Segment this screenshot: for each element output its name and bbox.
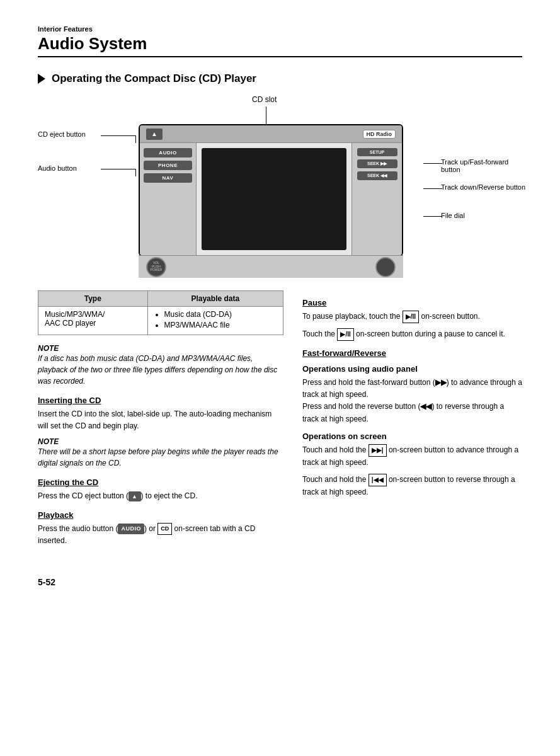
unit-right-panel: SETUP SEEK ▶▶ SEEK ◀◀ xyxy=(351,143,402,255)
play-pause-icon2: ▶/II xyxy=(337,328,353,341)
audio-label-inline: AUDIO xyxy=(118,524,144,534)
hd-radio-badge: HD Radio xyxy=(363,130,396,139)
label-track-up: Track up/Fast-forward button xyxy=(441,158,529,173)
on-screen-text1: Touch and hold the ▶▶| on-screen button … xyxy=(302,444,522,469)
unit-left-panel: AUDIO PHONE NAV xyxy=(140,143,197,255)
unit-top-bar: ▲ HD Radio xyxy=(140,125,402,143)
table-cell-type: Music/MP3/WMA/AAC CD player xyxy=(38,307,148,335)
playback-heading: Playback xyxy=(38,510,283,520)
vol-knob: VOLPUSHPOWER xyxy=(146,257,166,277)
table-row: Music/MP3/WMA/AAC CD player Music data (… xyxy=(38,307,283,335)
rev-icon-inline: |◀◀ xyxy=(369,474,387,486)
line-eject-h xyxy=(101,135,135,136)
note1-title: NOTE xyxy=(38,344,283,353)
audio-btn: AUDIO xyxy=(144,148,192,158)
left-column: Type Playable data Music/MP3/WMA/AAC CD … xyxy=(38,290,283,552)
audio-panel-heading: Operations using audio panel xyxy=(302,364,522,374)
playable-table: Type Playable data Music/MP3/WMA/AAC CD … xyxy=(38,290,283,335)
right-column: Pause To pause playback, touch the ▶/II … xyxy=(302,290,522,552)
ff-icon-inline: ▶▶| xyxy=(369,444,387,457)
table-col2-header: Playable data xyxy=(147,291,283,307)
on-screen-text2: Touch and hold the |◀◀ on-screen button … xyxy=(302,474,522,498)
cd-tab-inline: CD xyxy=(157,523,172,534)
pause-text1: To pause playback, touch the ▶/II on-scr… xyxy=(302,311,522,323)
table-col1-header: Type xyxy=(38,291,148,307)
eject-symbol: ▲ xyxy=(129,491,140,501)
playback-text: Press the audio button (AUDIO) or CD on-… xyxy=(38,523,283,547)
seek-forward-btn: SEEK ▶▶ xyxy=(357,159,397,168)
audio-panel-text: Press and hold the fast-forward button (… xyxy=(302,377,522,425)
cd-slot-line xyxy=(266,106,266,124)
content-columns: Type Playable data Music/MP3/WMA/AAC CD … xyxy=(38,290,522,552)
pause-heading: Pause xyxy=(302,298,522,307)
on-screen-heading: Operations on screen xyxy=(302,432,522,441)
unit-body: AUDIO PHONE NAV SETUP SEEK ▶▶ SEEK ◀◀ xyxy=(140,143,402,255)
ejecting-heading: Ejecting the CD xyxy=(38,478,283,487)
label-cd-eject: CD eject button xyxy=(38,130,86,138)
note2-text: There will be a short lapse before play … xyxy=(38,446,283,469)
nav-btn: NAV xyxy=(144,173,192,183)
note1: NOTE If a disc has both music data (CD-D… xyxy=(38,344,283,387)
inserting-heading: Inserting the CD xyxy=(38,396,283,405)
label-audio-btn: Audio button xyxy=(38,164,77,172)
line-right3 xyxy=(423,216,442,217)
diagram: CD slot CD eject button Audio button ▲ H… xyxy=(38,95,529,278)
phone-btn: PHONE xyxy=(144,161,192,170)
note2: NOTE There will be a short lapse before … xyxy=(38,437,283,469)
section-heading: Operating the Compact Disc (CD) Player xyxy=(38,72,522,85)
ejecting-text: Press the CD eject button (▲) to eject t… xyxy=(38,490,283,502)
line-audio-h xyxy=(101,169,135,169)
section-label: Interior Features xyxy=(38,25,522,33)
triangle-icon xyxy=(38,74,45,84)
audio-unit: ▲ HD Radio AUDIO PHONE NAV SETUP SEEK ▶▶… xyxy=(139,124,403,256)
setup-btn: SETUP xyxy=(357,148,397,156)
note1-text: If a disc has both music data (CD-DA) an… xyxy=(38,353,283,387)
eject-button: ▲ xyxy=(146,129,163,140)
page-number: 5-52 xyxy=(38,577,522,587)
page-title: Audio System xyxy=(38,34,522,57)
line-audio xyxy=(135,169,136,176)
play-pause-icon1: ▶/II xyxy=(403,311,419,323)
label-track-down: Track down/Reverse button xyxy=(441,183,529,191)
unit-bottom-bar: VOLPUSHPOWER xyxy=(139,255,403,278)
unit-screen xyxy=(202,148,346,250)
ff-rev-heading: Fast-forward/Reverse xyxy=(302,348,522,358)
line-right2 xyxy=(423,188,442,189)
list-item: Music data (CD-DA) xyxy=(164,310,277,319)
line-right1 xyxy=(423,163,442,164)
label-file-dial: File dial xyxy=(441,212,529,219)
line-eject xyxy=(135,135,136,143)
list-item: MP3/WMA/AAC file xyxy=(164,321,277,329)
note2-title: NOTE xyxy=(38,437,283,446)
table-cell-data: Music data (CD-DA) MP3/WMA/AAC file xyxy=(147,307,283,335)
seek-reverse-btn: SEEK ◀◀ xyxy=(357,171,397,180)
pause-text2: Touch the ▶/II on-screen button during a… xyxy=(302,328,522,341)
tuner-knob xyxy=(375,257,396,277)
inserting-text: Insert the CD into the slot, label-side … xyxy=(38,408,283,432)
cd-slot-label: CD slot xyxy=(252,95,277,104)
